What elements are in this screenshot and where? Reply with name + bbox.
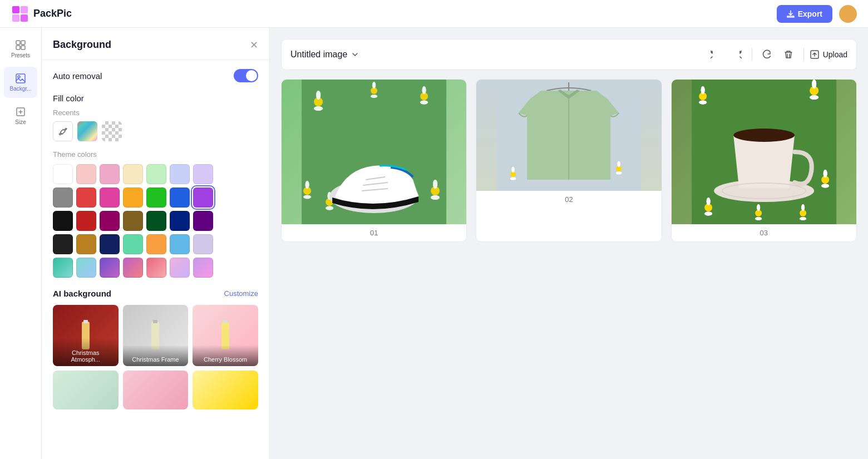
eyedropper-icon bbox=[58, 127, 67, 136]
color-cell-23[interactable] bbox=[100, 234, 120, 254]
image-card-03[interactable]: 03 bbox=[671, 79, 857, 242]
color-cell-33[interactable] bbox=[170, 258, 190, 278]
color-cell-14[interactable] bbox=[53, 211, 73, 231]
svg-point-43 bbox=[371, 95, 377, 98]
image-grid: 01 bbox=[281, 79, 857, 242]
color-cell-31[interactable] bbox=[123, 258, 143, 278]
gradient-swatch[interactable] bbox=[77, 121, 97, 141]
panel-close-button[interactable]: ✕ bbox=[250, 40, 258, 50]
panel-title: Background bbox=[53, 39, 111, 51]
svg-point-70 bbox=[701, 86, 704, 94]
color-cell-10[interactable] bbox=[123, 187, 143, 208]
color-cell-1[interactable] bbox=[76, 164, 96, 184]
redo-button[interactable] bbox=[727, 45, 746, 64]
color-cell-18[interactable] bbox=[146, 211, 166, 231]
svg-point-91 bbox=[755, 217, 762, 220]
app-header: PackPic Export bbox=[0, 0, 868, 28]
logo-icon bbox=[11, 5, 29, 23]
svg-point-57 bbox=[512, 167, 515, 172]
color-cell-11[interactable] bbox=[146, 187, 166, 208]
color-cell-32[interactable] bbox=[146, 258, 166, 278]
ai-bg-item-christmas-frame[interactable]: Christmas Frame bbox=[123, 305, 189, 366]
ai-bg-overlay-cherry-blossom: Cherry Blossom bbox=[193, 345, 258, 366]
ai-bg-header: AI background Customize bbox=[53, 289, 258, 298]
ai-bg-label: AI background bbox=[53, 289, 111, 298]
ai-bg-item-cherry-blossom[interactable]: Cherry Blossom bbox=[193, 305, 258, 366]
svg-point-63 bbox=[616, 172, 622, 175]
coffee-illustration bbox=[672, 80, 856, 224]
ai-bg-row2 bbox=[53, 371, 258, 409]
image-card-02[interactable]: 02 bbox=[476, 79, 662, 242]
svg-point-80 bbox=[823, 170, 827, 177]
ai-bg-item-sunflower[interactable] bbox=[193, 371, 258, 409]
sidebar-item-background[interactable]: Backgr... bbox=[4, 67, 37, 98]
ai-bg-thumb-flowers bbox=[53, 371, 119, 409]
svg-rect-2 bbox=[12, 14, 19, 22]
user-avatar[interactable] bbox=[839, 5, 857, 23]
ai-bg-item-roses[interactable] bbox=[123, 371, 189, 409]
customize-button[interactable]: Customize bbox=[224, 289, 258, 298]
image-card-01[interactable]: 01 bbox=[281, 79, 467, 242]
toolbar-divider-2 bbox=[803, 48, 804, 61]
color-cell-15[interactable] bbox=[76, 211, 96, 231]
shoe-background bbox=[282, 80, 466, 224]
upload-button[interactable]: Upload bbox=[810, 50, 847, 60]
undo-button[interactable] bbox=[706, 45, 725, 64]
reload-button[interactable] bbox=[758, 45, 777, 64]
auto-removal-toggle[interactable] bbox=[234, 69, 258, 82]
app-logo: PackPic bbox=[11, 5, 72, 23]
image-title-button[interactable]: Untitled image bbox=[290, 50, 359, 60]
svg-rect-15 bbox=[153, 320, 157, 323]
svg-rect-6 bbox=[16, 46, 20, 50]
color-cell-27[interactable] bbox=[193, 234, 213, 254]
color-cell-21[interactable] bbox=[53, 234, 73, 254]
color-cell-28[interactable] bbox=[53, 258, 73, 278]
color-cell-26[interactable] bbox=[170, 234, 190, 254]
svg-rect-1 bbox=[21, 6, 28, 13]
presets-label: Presets bbox=[11, 52, 30, 58]
ai-bg-item-christmas-atmos[interactable]: Christmas Atmosph... bbox=[53, 305, 119, 366]
eyedropper-button[interactable] bbox=[53, 121, 73, 141]
color-cell-4[interactable] bbox=[146, 164, 166, 184]
color-cell-34[interactable] bbox=[193, 258, 213, 278]
svg-point-11 bbox=[60, 134, 61, 135]
color-cell-12[interactable] bbox=[170, 187, 190, 208]
background-icon bbox=[15, 73, 26, 84]
svg-point-48 bbox=[326, 206, 333, 210]
color-cell-7[interactable] bbox=[53, 187, 73, 208]
export-button[interactable]: Export bbox=[777, 5, 832, 23]
color-cell-30[interactable] bbox=[100, 258, 120, 278]
transparent-swatch[interactable] bbox=[102, 121, 122, 141]
ai-bg-overlay-christmas-atmos: Christmas Atmosph... bbox=[53, 338, 119, 366]
svg-rect-0 bbox=[12, 6, 19, 13]
ai-bg-item-flowers[interactable] bbox=[53, 371, 119, 409]
color-cell-0[interactable] bbox=[53, 164, 73, 184]
image-label-02: 02 bbox=[476, 191, 661, 208]
image-title-text: Untitled image bbox=[290, 50, 347, 60]
svg-rect-8 bbox=[16, 74, 25, 83]
ai-bg-thumb-roses bbox=[123, 371, 189, 409]
color-cell-13[interactable] bbox=[193, 187, 213, 208]
auto-removal-label: Auto removal bbox=[53, 71, 102, 81]
auto-removal-row: Auto removal bbox=[53, 69, 258, 82]
color-cell-6[interactable] bbox=[193, 164, 213, 184]
color-cell-3[interactable] bbox=[123, 164, 143, 184]
color-cell-2[interactable] bbox=[100, 164, 120, 184]
color-cell-20[interactable] bbox=[193, 211, 213, 231]
app-name: PackPic bbox=[33, 8, 72, 19]
color-cell-29[interactable] bbox=[76, 258, 96, 278]
color-cell-19[interactable] bbox=[170, 211, 190, 231]
svg-point-37 bbox=[303, 195, 311, 199]
color-cell-9[interactable] bbox=[100, 187, 120, 208]
sidebar-item-size[interactable]: Size bbox=[4, 100, 37, 131]
color-cell-16[interactable] bbox=[100, 211, 120, 231]
color-cell-17[interactable] bbox=[123, 211, 143, 231]
color-cell-22[interactable] bbox=[76, 234, 96, 254]
sidebar-item-presets[interactable]: Presets bbox=[4, 33, 37, 65]
color-cell-24[interactable] bbox=[123, 234, 143, 254]
color-cell-8[interactable] bbox=[76, 187, 96, 208]
image-label-03: 03 bbox=[672, 224, 856, 241]
color-cell-5[interactable] bbox=[170, 164, 190, 184]
color-cell-25[interactable] bbox=[146, 234, 166, 254]
delete-button[interactable] bbox=[779, 45, 798, 64]
